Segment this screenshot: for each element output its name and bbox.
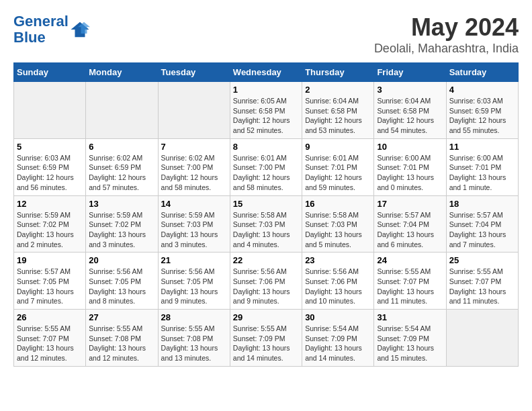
- day-of-week-header: Thursday: [302, 63, 374, 82]
- calendar-day-cell: 6Sunrise: 6:02 AM Sunset: 6:59 PM Daylig…: [86, 138, 158, 195]
- day-detail: Sunrise: 5:57 AM Sunset: 7:05 PM Dayligh…: [17, 267, 83, 306]
- calendar-day-cell: 18Sunrise: 5:57 AM Sunset: 7:04 PM Dayli…: [446, 195, 518, 253]
- day-detail: Sunrise: 5:59 AM Sunset: 7:02 PM Dayligh…: [17, 210, 83, 250]
- calendar-week-row: 5Sunrise: 6:03 AM Sunset: 6:59 PM Daylig…: [14, 138, 519, 195]
- day-number: 1: [233, 85, 299, 95]
- calendar-header-row: SundayMondayTuesdayWednesdayThursdayFrid…: [14, 63, 519, 82]
- day-detail: Sunrise: 6:02 AM Sunset: 6:59 PM Dayligh…: [89, 153, 154, 193]
- calendar-day-cell: 9Sunrise: 6:01 AM Sunset: 7:01 PM Daylig…: [302, 138, 374, 195]
- calendar-day-cell: 30Sunrise: 5:54 AM Sunset: 7:09 PM Dayli…: [302, 310, 374, 367]
- day-detail: Sunrise: 5:59 AM Sunset: 7:02 PM Dayligh…: [89, 210, 154, 250]
- day-number: 30: [305, 312, 371, 322]
- calendar-day-cell: 21Sunrise: 5:56 AM Sunset: 7:05 PM Dayli…: [158, 253, 230, 310]
- calendar-day-cell: 13Sunrise: 5:59 AM Sunset: 7:02 PM Dayli…: [86, 195, 158, 253]
- calendar-day-cell: 11Sunrise: 6:00 AM Sunset: 7:01 PM Dayli…: [446, 138, 518, 195]
- day-number: 3: [377, 85, 443, 95]
- day-detail: Sunrise: 5:56 AM Sunset: 7:05 PM Dayligh…: [161, 267, 227, 306]
- day-number: 24: [377, 255, 443, 265]
- logo-icon: [70, 19, 90, 40]
- day-detail: Sunrise: 5:58 AM Sunset: 7:03 PM Dayligh…: [305, 210, 371, 250]
- day-number: 22: [233, 255, 299, 265]
- day-number: 27: [89, 312, 154, 322]
- day-number: 12: [17, 199, 83, 209]
- calendar-day-cell: 23Sunrise: 5:56 AM Sunset: 7:06 PM Dayli…: [302, 253, 374, 310]
- day-of-week-header: Saturday: [446, 63, 518, 82]
- calendar-day-cell: [14, 82, 86, 139]
- day-number: 17: [377, 199, 443, 209]
- day-detail: Sunrise: 5:55 AM Sunset: 7:07 PM Dayligh…: [377, 267, 443, 306]
- day-detail: Sunrise: 5:54 AM Sunset: 7:09 PM Dayligh…: [377, 324, 443, 363]
- calendar-day-cell: 27Sunrise: 5:55 AM Sunset: 7:08 PM Dayli…: [86, 310, 158, 367]
- day-number: 20: [89, 255, 154, 265]
- day-number: 5: [17, 142, 83, 152]
- calendar-day-cell: 1Sunrise: 6:05 AM Sunset: 6:58 PM Daylig…: [230, 82, 302, 139]
- day-detail: Sunrise: 6:01 AM Sunset: 7:00 PM Dayligh…: [233, 153, 299, 193]
- day-number: 29: [233, 312, 299, 322]
- title-block: May 2024 Deolali, Maharashtra, India: [374, 13, 519, 56]
- day-number: 2: [305, 85, 371, 95]
- day-number: 8: [233, 142, 299, 152]
- page-header: GeneralBlue May 2024 Deolali, Maharashtr…: [13, 13, 519, 56]
- calendar-table: SundayMondayTuesdayWednesdayThursdayFrid…: [13, 62, 519, 367]
- day-number: 6: [89, 142, 154, 152]
- calendar-day-cell: 15Sunrise: 5:58 AM Sunset: 7:03 PM Dayli…: [230, 195, 302, 253]
- calendar-week-row: 19Sunrise: 5:57 AM Sunset: 7:05 PM Dayli…: [14, 253, 519, 310]
- day-of-week-header: Friday: [374, 63, 446, 82]
- calendar-week-row: 26Sunrise: 5:55 AM Sunset: 7:07 PM Dayli…: [14, 310, 519, 367]
- day-number: 31: [377, 312, 443, 322]
- day-detail: Sunrise: 6:02 AM Sunset: 7:00 PM Dayligh…: [161, 153, 227, 193]
- day-number: 18: [449, 199, 515, 209]
- calendar-day-cell: 25Sunrise: 5:55 AM Sunset: 7:07 PM Dayli…: [446, 253, 518, 310]
- calendar-week-row: 12Sunrise: 5:59 AM Sunset: 7:02 PM Dayli…: [14, 195, 519, 253]
- day-number: 11: [449, 142, 515, 152]
- calendar-day-cell: [86, 82, 158, 139]
- day-detail: Sunrise: 5:56 AM Sunset: 7:05 PM Dayligh…: [89, 267, 154, 306]
- calendar-week-row: 1Sunrise: 6:05 AM Sunset: 6:58 PM Daylig…: [14, 82, 519, 139]
- calendar-day-cell: 16Sunrise: 5:58 AM Sunset: 7:03 PM Dayli…: [302, 195, 374, 253]
- calendar-day-cell: 22Sunrise: 5:56 AM Sunset: 7:06 PM Dayli…: [230, 253, 302, 310]
- calendar-day-cell: 26Sunrise: 5:55 AM Sunset: 7:07 PM Dayli…: [14, 310, 86, 367]
- day-detail: Sunrise: 5:55 AM Sunset: 7:07 PM Dayligh…: [17, 324, 83, 363]
- calendar-subtitle: Deolali, Maharashtra, India: [374, 42, 519, 56]
- day-number: 9: [305, 142, 371, 152]
- day-detail: Sunrise: 5:55 AM Sunset: 7:09 PM Dayligh…: [233, 324, 299, 363]
- day-detail: Sunrise: 6:00 AM Sunset: 7:01 PM Dayligh…: [377, 153, 443, 193]
- calendar-day-cell: 12Sunrise: 5:59 AM Sunset: 7:02 PM Dayli…: [14, 195, 86, 253]
- day-detail: Sunrise: 5:55 AM Sunset: 7:08 PM Dayligh…: [161, 324, 227, 363]
- calendar-day-cell: 29Sunrise: 5:55 AM Sunset: 7:09 PM Dayli…: [230, 310, 302, 367]
- calendar-day-cell: 3Sunrise: 6:04 AM Sunset: 6:58 PM Daylig…: [374, 82, 446, 139]
- day-detail: Sunrise: 6:05 AM Sunset: 6:58 PM Dayligh…: [233, 96, 299, 136]
- day-number: 19: [17, 255, 83, 265]
- calendar-day-cell: 14Sunrise: 5:59 AM Sunset: 7:03 PM Dayli…: [158, 195, 230, 253]
- calendar-title: May 2024: [374, 13, 519, 42]
- calendar-day-cell: 2Sunrise: 6:04 AM Sunset: 6:58 PM Daylig…: [302, 82, 374, 139]
- day-detail: Sunrise: 6:04 AM Sunset: 6:58 PM Dayligh…: [377, 96, 443, 136]
- day-detail: Sunrise: 5:56 AM Sunset: 7:06 PM Dayligh…: [305, 267, 371, 306]
- day-detail: Sunrise: 6:03 AM Sunset: 6:59 PM Dayligh…: [449, 96, 515, 136]
- day-number: 25: [449, 255, 515, 265]
- day-detail: Sunrise: 5:58 AM Sunset: 7:03 PM Dayligh…: [233, 210, 299, 250]
- calendar-day-cell: 28Sunrise: 5:55 AM Sunset: 7:08 PM Dayli…: [158, 310, 230, 367]
- calendar-day-cell: [158, 82, 230, 139]
- calendar-day-cell: 31Sunrise: 5:54 AM Sunset: 7:09 PM Dayli…: [374, 310, 446, 367]
- day-detail: Sunrise: 5:54 AM Sunset: 7:09 PM Dayligh…: [305, 324, 371, 363]
- day-detail: Sunrise: 5:57 AM Sunset: 7:04 PM Dayligh…: [377, 210, 443, 250]
- calendar-day-cell: 10Sunrise: 6:00 AM Sunset: 7:01 PM Dayli…: [374, 138, 446, 195]
- day-detail: Sunrise: 5:59 AM Sunset: 7:03 PM Dayligh…: [161, 210, 227, 250]
- day-detail: Sunrise: 6:01 AM Sunset: 7:01 PM Dayligh…: [305, 153, 371, 193]
- calendar-day-cell: 19Sunrise: 5:57 AM Sunset: 7:05 PM Dayli…: [14, 253, 86, 310]
- day-number: 14: [161, 199, 227, 209]
- logo-text: GeneralBlue: [13, 13, 69, 46]
- day-number: 21: [161, 255, 227, 265]
- day-number: 26: [17, 312, 83, 322]
- day-of-week-header: Sunday: [14, 63, 86, 82]
- day-detail: Sunrise: 5:55 AM Sunset: 7:07 PM Dayligh…: [449, 267, 515, 306]
- day-number: 7: [161, 142, 227, 152]
- day-of-week-header: Monday: [86, 63, 158, 82]
- calendar-day-cell: 4Sunrise: 6:03 AM Sunset: 6:59 PM Daylig…: [446, 82, 518, 139]
- day-of-week-header: Wednesday: [230, 63, 302, 82]
- calendar-day-cell: 8Sunrise: 6:01 AM Sunset: 7:00 PM Daylig…: [230, 138, 302, 195]
- calendar-day-cell: 24Sunrise: 5:55 AM Sunset: 7:07 PM Dayli…: [374, 253, 446, 310]
- calendar-day-cell: [446, 310, 518, 367]
- calendar-day-cell: 5Sunrise: 6:03 AM Sunset: 6:59 PM Daylig…: [14, 138, 86, 195]
